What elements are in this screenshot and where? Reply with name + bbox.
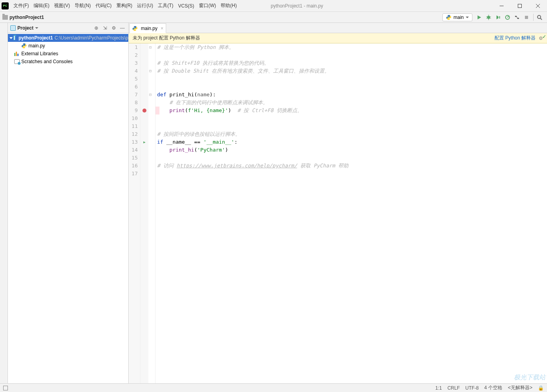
chevron-down-icon[interactable] bbox=[35, 27, 38, 29]
tree-scratches[interactable]: Scratches and Consoles bbox=[8, 58, 128, 66]
settings-gear-icon[interactable]: ⚙ bbox=[110, 24, 117, 32]
expand-all-icon[interactable]: ⇲ bbox=[101, 24, 109, 32]
project-tree[interactable]: pythonProject1 C:\Users\admin\PycharmPro… bbox=[8, 33, 128, 383]
close-tab-icon[interactable]: × bbox=[161, 26, 163, 31]
code-editor[interactable]: 1234567891011121314151617 ▶ ⊟⊟⊟ # 这是一个示例… bbox=[129, 43, 547, 383]
minimize-button[interactable] bbox=[493, 0, 511, 12]
run-config-name: main bbox=[453, 15, 464, 20]
menu-navigate[interactable]: 导航(N) bbox=[72, 1, 93, 11]
profile-button[interactable] bbox=[503, 13, 512, 22]
separator bbox=[533, 14, 534, 21]
svg-point-4 bbox=[487, 16, 490, 19]
debug-button[interactable] bbox=[484, 13, 493, 22]
menu-tools[interactable]: 工具(T) bbox=[155, 1, 176, 11]
status-encoding[interactable]: UTF-8 bbox=[465, 385, 479, 391]
svg-line-12 bbox=[508, 16, 509, 17]
interpreter-banner: 未为 project 配置 Python 解释器 配置 Python 解释器 ⚙ bbox=[129, 33, 547, 43]
svg-rect-13 bbox=[515, 16, 517, 17]
chevron-down-icon[interactable] bbox=[9, 36, 13, 40]
svg-rect-14 bbox=[517, 18, 519, 19]
svg-line-15 bbox=[517, 16, 517, 19]
menu-run[interactable]: 运行(U) bbox=[135, 1, 155, 11]
search-everywhere-button[interactable] bbox=[535, 13, 544, 22]
banner-message: 未为 project 配置 Python 解释器 bbox=[133, 35, 200, 41]
tab-label: main.py bbox=[141, 26, 157, 31]
configure-interpreter-link[interactable]: 配置 Python 解释器 bbox=[495, 35, 536, 41]
svg-rect-16 bbox=[525, 16, 528, 19]
select-opened-file-icon[interactable]: ⊕ bbox=[93, 24, 100, 32]
svg-line-9 bbox=[486, 18, 487, 19]
project-panel-label: Project bbox=[17, 25, 34, 31]
tree-scratches-label: Scratches and Consoles bbox=[21, 59, 73, 64]
editor-tabs: main.py × bbox=[129, 23, 547, 33]
fold-gutter[interactable]: ⊟⊟⊟ bbox=[148, 43, 155, 383]
python-icon bbox=[446, 15, 451, 20]
project-view-icon bbox=[10, 25, 16, 31]
chevron-down-icon bbox=[466, 17, 469, 18]
status-interpreter[interactable]: <无解释器> bbox=[508, 384, 532, 391]
pycharm-logo-icon: PC bbox=[2, 2, 9, 9]
svg-point-17 bbox=[538, 15, 541, 19]
project-tool-window: Project ⊕ ⇲ ⚙ — pythonProject1 C:\Users\… bbox=[8, 23, 129, 383]
main-area: Project ⊕ ⇲ ⚙ — pythonProject1 C:\Users\… bbox=[0, 23, 547, 383]
tree-external-libraries[interactable]: External Libraries bbox=[8, 50, 128, 58]
status-lock-icon[interactable]: 🔒 bbox=[538, 385, 544, 391]
tool-window-toggle-icon[interactable] bbox=[3, 386, 8, 390]
menu-code[interactable]: 代码(C) bbox=[93, 1, 114, 11]
maximize-button[interactable] bbox=[511, 0, 529, 12]
python-file-icon bbox=[21, 43, 27, 49]
folder-icon bbox=[2, 15, 8, 20]
inspection-ok-icon[interactable]: ✓ bbox=[542, 34, 546, 39]
tree-ext-lib-label: External Libraries bbox=[21, 51, 58, 56]
tab-main-py[interactable]: main.py × bbox=[129, 23, 166, 33]
menu-vcs[interactable]: VCS(S) bbox=[176, 2, 197, 10]
breakpoint-icon[interactable] bbox=[142, 109, 146, 113]
titlebar: PC 文件(F) 编辑(E) 视图(V) 导航(N) 代码(C) 重构(R) 运… bbox=[0, 0, 547, 12]
svg-rect-1 bbox=[518, 4, 522, 8]
coverage-button[interactable] bbox=[494, 13, 502, 22]
scratches-icon bbox=[14, 59, 20, 64]
tree-file-main[interactable]: main.py bbox=[8, 42, 128, 50]
svg-line-7 bbox=[486, 17, 487, 17]
menu-help[interactable]: 帮助(H) bbox=[218, 1, 239, 11]
editor-area: main.py × 未为 project 配置 Python 解释器 配置 Py… bbox=[129, 23, 547, 383]
folder-icon bbox=[13, 36, 15, 40]
svg-line-18 bbox=[540, 18, 542, 20]
status-line-sep[interactable]: CRLF bbox=[448, 385, 460, 391]
left-stripe[interactable] bbox=[0, 23, 8, 383]
tree-file-label: main.py bbox=[28, 43, 45, 49]
status-indent[interactable]: 4 个空格 bbox=[484, 384, 502, 391]
menu-window[interactable]: 窗口(W) bbox=[197, 1, 218, 11]
window-title: pythonProject1 - main.py bbox=[271, 3, 323, 9]
status-bar: 1:1 CRLF UTF-8 4 个空格 <无解释器> 🔒 bbox=[0, 383, 547, 392]
breadcrumb-project[interactable]: pythonProject1 bbox=[9, 15, 44, 20]
run-button[interactable] bbox=[475, 13, 483, 22]
menu-view[interactable]: 视图(V) bbox=[52, 1, 72, 11]
menu-file[interactable]: 文件(F) bbox=[11, 1, 31, 11]
project-panel-header[interactable]: Project ⊕ ⇲ ⚙ — bbox=[8, 23, 128, 33]
status-caret[interactable]: 1:1 bbox=[435, 385, 442, 391]
python-file-icon bbox=[132, 26, 138, 31]
icon-gutter[interactable]: ▶ bbox=[140, 43, 148, 383]
run-gutter-icon[interactable]: ▶ bbox=[143, 138, 145, 146]
window-controls bbox=[493, 0, 547, 12]
navigation-bar: pythonProject1 main bbox=[0, 12, 547, 23]
libraries-icon bbox=[14, 51, 20, 56]
tree-root-path: C:\Users\admin\PycharmProjects\p bbox=[54, 35, 128, 41]
line-number-gutter[interactable]: 1234567891011121314151617 bbox=[129, 43, 140, 383]
run-config-combo[interactable]: main bbox=[442, 13, 472, 21]
svg-line-10 bbox=[490, 18, 491, 19]
code-content[interactable]: # 这是一个示例 Python 脚本。 # 按 Shift+F10 执行或将其替… bbox=[155, 43, 547, 383]
close-button[interactable] bbox=[529, 0, 547, 12]
tree-root[interactable]: pythonProject1 C:\Users\admin\PycharmPro… bbox=[8, 34, 128, 42]
main-menu: 文件(F) 编辑(E) 视图(V) 导航(N) 代码(C) 重构(R) 运行(U… bbox=[11, 1, 239, 11]
svg-line-8 bbox=[490, 17, 491, 17]
menu-refactor[interactable]: 重构(R) bbox=[114, 1, 135, 11]
tree-root-name: pythonProject1 bbox=[19, 35, 53, 41]
stop-button[interactable] bbox=[522, 13, 531, 22]
hide-icon[interactable]: — bbox=[119, 24, 126, 32]
attach-button[interactable] bbox=[513, 13, 521, 22]
menu-edit[interactable]: 编辑(E) bbox=[31, 1, 52, 11]
